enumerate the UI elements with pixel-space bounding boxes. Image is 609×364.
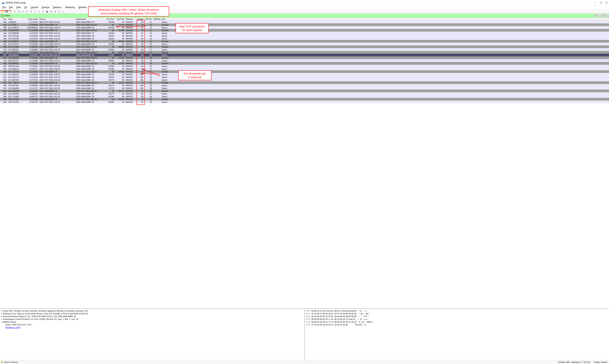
packet-row[interactable]: 557132.0994990.2115472001:470:765b::b15:… [0, 87, 609, 90]
reload-icon[interactable]: ↻ [13, 10, 16, 13]
packet-row[interactable]: 366124.8733850.1059132001:48a8:6880::182… [0, 45, 609, 48]
titlebar: WHOIS-FINAL.pcap ─ ☐ ✕ [0, 0, 609, 5]
menu-view[interactable]: View [15, 6, 22, 9]
last-icon[interactable]: ⤓ [37, 10, 41, 13]
tree-answer-link[interactable]: [Answer In: 470] [1, 326, 303, 329]
hex-line[interactable]: 0020 00 00 0b 15 00 22 20 01 48 a8 68 80… [306, 315, 608, 318]
packet-row[interactable]: 2512.7771600.1106192001:48a8:6880::18200… [0, 23, 609, 26]
open-icon[interactable]: 📁 [1, 10, 4, 13]
tree-frame[interactable]: Frame 467: 93 bytes on wire (744 bits), … [1, 310, 303, 312]
clear-filter-button[interactable]: ✕ [594, 14, 597, 17]
packet-row[interactable]: 363124.7674720.1239552001:470:765b::b15:… [0, 43, 609, 45]
packet-row[interactable]: 301123.8697640.1030942001:48a8:6880::182… [0, 29, 609, 32]
find-icon[interactable]: 🔍 [17, 10, 21, 13]
hex-line[interactable]: 0000 00 86 9c e7 55 14 d4 be d9 4c 11 9e… [306, 310, 608, 312]
close-button[interactable]: ✕ [605, 2, 608, 4]
packet-row[interactable]: 479130.5811970.1310892001:470:765b::b15:… [0, 59, 609, 62]
packet-row[interactable]: 515131.2391210.1063622001:470:765b::b15:… [0, 73, 609, 76]
menu-file[interactable]: File [1, 6, 7, 9]
packet-row[interactable]: 330124.2371080.2514202001:470:765b::b15:… [0, 34, 609, 37]
col-time[interactable]: Time [7, 18, 24, 20]
packet-row[interactable]: 383125.0837670.1034862001:48a8:6880::182… [0, 51, 609, 54]
packet-row[interactable]: 580132.7119560.4027672001:470:765b::b15:… [0, 95, 609, 98]
zoom-reset-icon[interactable]: ≡ [57, 10, 61, 13]
col-no[interactable]: No. [0, 18, 7, 20]
bookmark-filter-icon[interactable] [1, 14, 4, 17]
statusbar: whois: Protocol Packets: 845 · Displayed… [0, 360, 609, 364]
menu-telephony[interactable]: Telephony [64, 6, 77, 9]
forward-icon[interactable]: ⇒ [25, 10, 29, 13]
minimize-button[interactable]: ─ [594, 2, 596, 4]
packet-row[interactable]: 592133.1187860.3017342001:470:765b::b15:… [0, 101, 609, 103]
packet-row[interactable]: 583132.8170520.1050962001:48a8:6880::182… [0, 98, 609, 101]
maximize-button[interactable]: ☐ [600, 2, 602, 4]
packet-list[interactable]: No. Time Time Delta Source Destination S… [0, 18, 609, 309]
packet-row[interactable]: 569132.3091890.1063412001:470:765b::b15:… [0, 92, 609, 95]
menu-statistics[interactable]: Statistics [51, 6, 63, 9]
packet-row[interactable]: 546131.8879520.1080802001:470:765b::b15:… [0, 84, 609, 87]
hex-line[interactable]: 0040 83 00 50 18 00 e1 77 72 00 00 32 30… [306, 321, 608, 323]
menu-capture[interactable]: Capture [29, 6, 40, 9]
annotation-no-response: Not all queries get a response [178, 70, 211, 80]
status-profile[interactable]: Profile: Default [592, 361, 609, 363]
expert-info-icon[interactable] [1, 361, 3, 363]
tree-query[interactable]: Query: 2001:470:0:227::1\r\n [1, 323, 303, 326]
packet-row[interactable]: 535131.6687800.2175102001:470:765b::b15:… [0, 78, 609, 81]
packet-row[interactable]: 379124.9802810.1068962001:470:765b::b15:… [0, 48, 609, 51]
col-tcp-str[interactable]: TCP.Str [144, 18, 153, 20]
col-protocol[interactable]: Protocol [125, 18, 135, 20]
packet-list-panel: No. Time Time Delta Source Destination S… [0, 18, 609, 309]
resize-cols-icon[interactable]: ⫞ [61, 10, 65, 13]
zoom-in-icon[interactable]: ⊕ [49, 10, 53, 13]
tree-tcp[interactable]: Transmission Control Protocol, Src Port:… [1, 318, 303, 321]
packet-row[interactable]: 349124.6435170.1652492001:48a8:6880::182… [0, 40, 609, 43]
tree-whois[interactable]: WHOIS: Query [1, 321, 303, 323]
tree-ipv6[interactable]: Internet Protocol Version 6, Src: 2001:4… [1, 315, 303, 318]
tree-ethernet[interactable]: Ethernet II, Src: Dell_4c:11:9e (d4:be:d… [1, 312, 303, 315]
apply-filter-button[interactable]: → [598, 14, 601, 17]
col-length[interactable]: Length [135, 18, 144, 20]
menu-analyze[interactable]: Analyze [40, 6, 51, 9]
hex-line[interactable]: 0010 20 19 00 27 06 40 20 01 04 70 76 5b… [306, 312, 608, 315]
menu-go[interactable]: Go [23, 6, 29, 9]
zoom-out-icon[interactable]: ⊖ [53, 10, 57, 13]
menu-edit[interactable]: Edit [8, 6, 14, 9]
detail-panes: Frame 467: 93 bytes on wire (744 bits), … [0, 309, 609, 360]
packet-row[interactable]: 560132.2028480.1033492001:48a8:6880::182… [0, 90, 609, 92]
packet-row[interactable]: 346124.4782680.2411602001:470:765b::b15:… [0, 37, 609, 40]
filter-dropdown-button[interactable]: ▾ [601, 14, 605, 17]
col-source[interactable]: Source [39, 18, 75, 20]
packet-row[interactable]: 501131.0284140.2169712001:470:765b::b15:… [0, 67, 609, 70]
hex-line[interactable]: 0030 00 00 00 00 00 18 cc 24 00 2b b6 c8… [306, 318, 608, 321]
hex-line[interactable]: 0050 37 30 3a 30 3a 32 32 37 3a 3a 31 0d… [306, 323, 608, 326]
annotation-new-conn: New TCP connection for each request [176, 23, 209, 33]
packet-bytes-hex[interactable]: 0000 00 86 9c e7 55 14 d4 be d9 4c 11 9e… [305, 309, 609, 360]
colorize-icon[interactable]: ▦ [45, 10, 49, 13]
wireshark-icon [1, 1, 5, 4]
packet-row[interactable]: 519131.4512700.2121492001:470:765b::b15:… [0, 76, 609, 78]
packet-row[interactable]: 470130.4501080.1044662001:48a8:6880::182… [0, 56, 609, 59]
jump-icon[interactable]: ⇥ [29, 10, 33, 13]
status-packets: Packets: 845 · Displayed: 77 (9.1%) [556, 361, 592, 363]
col-src-port[interactable]: Src Port [105, 18, 115, 20]
packet-details-tree[interactable]: Frame 467: 93 bytes on wire (744 bits), … [0, 309, 305, 360]
packet-row[interactable]: 314123.9856880.1159242001:470:765b::b15:… [0, 32, 609, 34]
first-icon[interactable]: ⤒ [33, 10, 37, 13]
packet-row[interactable]: 504131.1327590.1043452001:48a8:6880::182… [0, 70, 609, 73]
menu-wireless[interactable]: Wireless [77, 6, 88, 9]
autoscroll-icon[interactable]: ↧ [41, 10, 45, 13]
packet-row[interactable]: 538131.7798720.1110922001:48a8:6880::182… [0, 81, 609, 84]
packet-row[interactable]: 467130.3456425.2618752001:470:765b::b15:… [0, 54, 609, 56]
col-time-delta[interactable]: Time Delta [24, 18, 39, 20]
packet-row[interactable]: 298123.766670120.9895102001:470:765b::b1… [0, 26, 609, 29]
col-dst-port[interactable]: Dst Port [115, 18, 125, 20]
back-icon[interactable]: ⇐ [21, 10, 25, 13]
col-destination[interactable]: Destination [75, 18, 105, 20]
packet-row[interactable]: 482130.6848410.1036442001:48a8:6880::182… [0, 62, 609, 65]
add-filter-button[interactable]: + [605, 14, 608, 17]
status-left: whois: Protocol [4, 361, 18, 363]
packet-row[interactable]: 491130.8114430.1266022001:470:765b::b15:… [0, 65, 609, 67]
col-info[interactable]: Info [161, 18, 609, 20]
packet-row[interactable]: 2452.6665410.1131162001:470:765b::b15:22… [0, 21, 609, 23]
col-udp-str[interactable]: UDP.Str [153, 18, 161, 20]
